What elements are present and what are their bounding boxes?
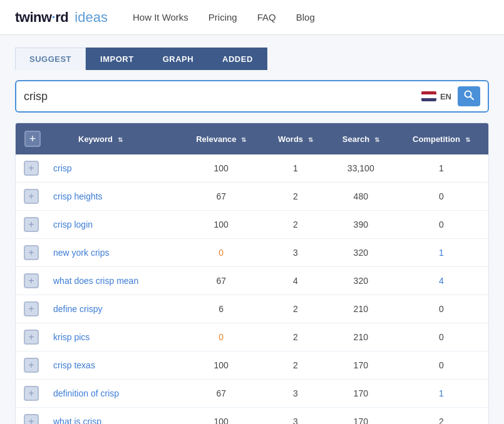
lang-code: EN	[440, 92, 451, 101]
table-row: +crisp login10023900	[16, 211, 488, 239]
row-search: 33,100	[327, 154, 394, 183]
row-add-button[interactable]: +	[24, 217, 39, 232]
row-add-button[interactable]: +	[24, 245, 39, 260]
row-relevance: 0	[179, 323, 264, 351]
row-keyword[interactable]: what is crisp	[47, 408, 179, 425]
row-keyword[interactable]: define crispy	[47, 295, 179, 323]
table-row: +crisp heights6724800	[16, 183, 488, 211]
row-add-cell: +	[16, 295, 47, 323]
row-add-cell: +	[16, 323, 47, 351]
row-relevance: 67	[179, 380, 264, 408]
row-words: 2	[264, 323, 327, 351]
row-search: 210	[327, 323, 394, 351]
col-header-competition[interactable]: Competition ⇅	[394, 123, 488, 154]
col-header-words[interactable]: Words ⇅	[264, 123, 327, 154]
row-add-button[interactable]: +	[24, 386, 39, 401]
row-competition: 1	[394, 239, 488, 267]
row-search: 390	[327, 211, 394, 239]
nav-blog[interactable]: Blog	[296, 12, 315, 23]
row-words: 2	[264, 351, 327, 380]
tab-bar: SUGGEST IMPORT GRAPH ADDED	[15, 48, 489, 70]
row-add-button[interactable]: +	[24, 358, 39, 373]
row-relevance: 100	[179, 211, 264, 239]
search-icon	[464, 90, 474, 100]
row-words: 4	[264, 267, 327, 295]
row-words: 1	[264, 154, 327, 183]
row-competition: 0	[394, 211, 488, 239]
header: twinw·rd ideas How It Works Pricing FAQ …	[0, 0, 504, 35]
row-add-button[interactable]: +	[24, 301, 39, 316]
row-add-cell: +	[16, 351, 47, 380]
add-all-button[interactable]: +	[24, 131, 41, 147]
col-header-relevance[interactable]: Relevance ⇅	[179, 123, 264, 154]
keyword-table: + Keyword ⇅ Relevance ⇅ Words ⇅	[15, 123, 489, 424]
nav-how-it-works[interactable]: How It Works	[133, 12, 188, 23]
row-competition: 0	[394, 295, 488, 323]
row-competition: 0	[394, 183, 488, 211]
row-words: 2	[264, 183, 327, 211]
row-words: 2	[264, 211, 327, 239]
row-add-button[interactable]: +	[24, 330, 39, 345]
row-search: 170	[327, 380, 394, 408]
us-flag-icon	[421, 91, 436, 101]
row-competition: 1	[394, 154, 488, 183]
row-keyword[interactable]: definition of crisp	[47, 380, 179, 408]
row-words: 3	[264, 408, 327, 425]
words-sort-icon: ⇅	[308, 136, 313, 143]
table-row: +new york crips033201	[16, 239, 488, 267]
row-competition: 0	[394, 323, 488, 351]
row-add-button[interactable]: +	[24, 414, 39, 424]
row-add-button[interactable]: +	[24, 189, 39, 204]
nav-faq[interactable]: FAQ	[257, 12, 276, 23]
logo-dot1: ·	[52, 9, 56, 25]
col-header-keyword[interactable]: Keyword ⇅	[47, 123, 179, 154]
row-search: 210	[327, 295, 394, 323]
row-relevance: 0	[179, 239, 264, 267]
row-add-cell: +	[16, 267, 47, 295]
tab-added[interactable]: ADDED	[208, 48, 267, 70]
row-search: 320	[327, 239, 394, 267]
tab-suggest[interactable]: SUGGEST	[15, 48, 86, 70]
table-row: +define crispy622100	[16, 295, 488, 323]
table-row: +krisp pics022100	[16, 323, 488, 351]
row-relevance: 100	[179, 408, 264, 425]
logo-ideas: ideas	[71, 9, 108, 26]
add-all-header[interactable]: +	[16, 123, 47, 154]
row-relevance: 6	[179, 295, 264, 323]
table-row: +what is crisp10031702	[16, 408, 488, 425]
row-words: 2	[264, 295, 327, 323]
keyword-sort-icon: ⇅	[118, 136, 123, 143]
row-add-cell: +	[16, 154, 47, 183]
nav-pricing[interactable]: Pricing	[208, 12, 237, 23]
col-header-search[interactable]: Search ⇅	[327, 123, 394, 154]
table-row: +crisp texas10021700	[16, 351, 488, 380]
search-input[interactable]	[24, 90, 421, 103]
main-nav: How It Works Pricing FAQ Blog	[133, 12, 315, 23]
search-bar: EN	[15, 80, 489, 113]
row-relevance: 67	[179, 183, 264, 211]
language-selector[interactable]: EN	[421, 91, 451, 101]
row-keyword[interactable]: what does crisp mean	[47, 267, 179, 295]
tab-graph[interactable]: GRAPH	[148, 48, 208, 70]
row-keyword[interactable]: krisp pics	[47, 323, 179, 351]
row-competition: 4	[394, 267, 488, 295]
search-sort-icon: ⇅	[374, 136, 379, 143]
row-keyword[interactable]: new york crips	[47, 239, 179, 267]
competition-sort-icon: ⇅	[465, 136, 470, 143]
row-add-button[interactable]: +	[24, 273, 39, 288]
row-keyword[interactable]: crisp login	[47, 211, 179, 239]
table-header-row: + Keyword ⇅ Relevance ⇅ Words ⇅	[16, 123, 488, 154]
row-add-cell: +	[16, 408, 47, 425]
relevance-sort-icon: ⇅	[241, 136, 246, 143]
row-keyword[interactable]: crisp texas	[47, 351, 179, 380]
row-search: 170	[327, 351, 394, 380]
row-add-button[interactable]: +	[24, 161, 39, 176]
row-competition: 0	[394, 351, 488, 380]
row-add-cell: +	[16, 211, 47, 239]
row-keyword[interactable]: crisp heights	[47, 183, 179, 211]
tab-import[interactable]: IMPORT	[86, 48, 148, 70]
row-keyword[interactable]: crisp	[47, 154, 179, 183]
logo: twinw·rd ideas	[15, 9, 108, 26]
search-button[interactable]	[458, 86, 480, 106]
logo-text: twinw·rd	[15, 9, 68, 26]
